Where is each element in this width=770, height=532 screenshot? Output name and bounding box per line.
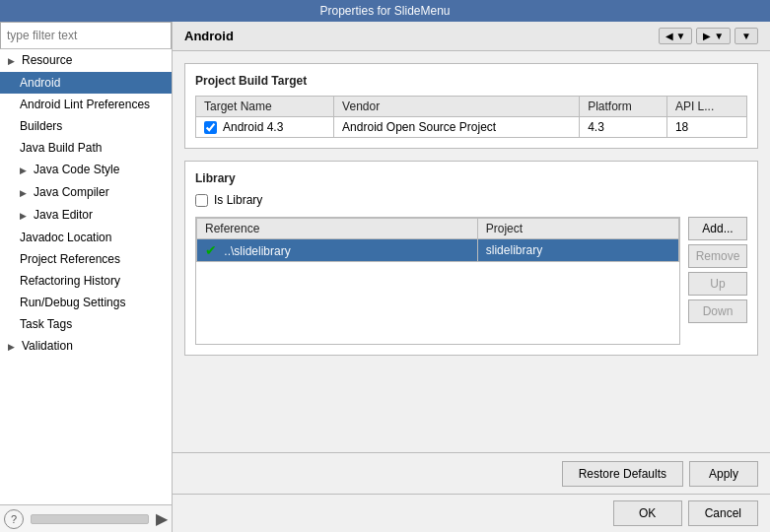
sidebar-item-validation[interactable]: ▶Validation (0, 335, 172, 358)
col-reference: Reference (197, 219, 478, 239)
sidebar-item-project-references[interactable]: Project References (0, 248, 172, 270)
sidebar-item-run-debug-settings[interactable]: Run/Debug Settings (0, 292, 172, 313)
sidebar-item-android[interactable]: Android (0, 72, 172, 94)
vendor-cell: Android Open Source Project (334, 117, 580, 138)
bottom-bar: Restore Defaults Apply (173, 452, 770, 494)
filter-input[interactable] (0, 22, 172, 49)
sidebar-item-refactoring-history[interactable]: Refactoring History (0, 270, 172, 292)
cancel-button[interactable]: Cancel (688, 500, 758, 526)
scrollbar-thumb[interactable] (31, 514, 149, 524)
panel-body: Project Build Target Target Name Vendor … (173, 51, 770, 452)
library-header-row: Reference Project (197, 219, 679, 239)
col-target-name: Target Name (196, 97, 334, 117)
panel-title: Android (184, 29, 234, 43)
right-panel: Android ◀ ▼ ▶ ▼ ▼ Project Build Target T… (173, 22, 770, 532)
sidebar-item-java-code-style[interactable]: ▶Java Code Style (0, 159, 172, 181)
down-button[interactable]: Down (688, 299, 747, 323)
build-target-section: Project Build Target Target Name Vendor … (184, 63, 758, 149)
sidebar-item-javadoc-location[interactable]: Javadoc Location (0, 227, 172, 248)
arrow-icon: ▶ (8, 338, 20, 356)
restore-defaults-button[interactable]: Restore Defaults (562, 461, 683, 487)
is-library-label: Is Library (214, 193, 262, 207)
platform-cell: 4.3 (580, 117, 667, 138)
nav-dropdown-button[interactable]: ▼ (735, 28, 758, 44)
nav-arrows: ◀ ▼ ▶ ▼ ▼ (659, 28, 758, 44)
sidebar-item-java-build-path[interactable]: Java Build Path (0, 137, 172, 159)
sidebar-bottom: ? ▶ (0, 504, 172, 532)
library-section: Library Is Library Reference Project (184, 161, 758, 356)
table-row[interactable]: ✔ ..\slidelibrary slidelibrary (197, 239, 679, 262)
ok-button[interactable]: OK (613, 500, 682, 526)
sidebar-item-resource[interactable]: ▶Resource (0, 49, 172, 72)
is-library-row: Is Library (195, 193, 747, 207)
reference-cell: ✔ ..\slidelibrary (197, 239, 478, 262)
arrow-icon: ▶ (20, 207, 32, 225)
is-library-checkbox[interactable] (195, 194, 208, 207)
col-api: API L... (666, 97, 746, 117)
library-table-wrapper: Reference Project ✔ ..\slidelibrary slid… (195, 217, 680, 345)
library-table: Reference Project ✔ ..\slidelibrary slid… (196, 218, 679, 262)
arrow-icon: ▶ (20, 162, 32, 179)
project-cell: slidelibrary (477, 239, 678, 262)
status-icon: ✔ (205, 242, 217, 258)
target-name-label: Android 4.3 (223, 120, 283, 134)
add-button[interactable]: Add... (688, 217, 747, 240)
panel-header: Android ◀ ▼ ▶ ▼ ▼ (173, 22, 770, 51)
sidebar: ▶ResourceAndroidAndroid Lint Preferences… (0, 22, 173, 532)
sidebar-item-java-compiler[interactable]: ▶Java Compiler (0, 181, 172, 204)
col-project: Project (477, 219, 678, 239)
ok-cancel-bar: OK Cancel (173, 494, 770, 532)
target-name-cell: Android 4.3 (196, 117, 334, 138)
target-checkbox[interactable] (204, 121, 217, 134)
tree-container: ▶ResourceAndroidAndroid Lint Preferences… (0, 49, 172, 504)
scroll-right-btn[interactable]: ▶ (156, 509, 168, 528)
title-bar: Properties for SlideMenu (0, 0, 770, 22)
library-content: Reference Project ✔ ..\slidelibrary slid… (195, 217, 747, 345)
remove-button[interactable]: Remove (688, 244, 747, 268)
col-platform: Platform (580, 97, 667, 117)
nav-forward-button[interactable]: ▶ ▼ (696, 28, 731, 44)
sidebar-item-builders[interactable]: Builders (0, 115, 172, 137)
build-target-table: Target Name Vendor Platform API L... And… (195, 96, 747, 138)
nav-back-button[interactable]: ◀ ▼ (659, 28, 693, 44)
sidebar-item-task-tags[interactable]: Task Tags (0, 313, 172, 335)
up-button[interactable]: Up (688, 272, 747, 296)
reference-label: ..\slidelibrary (224, 244, 290, 258)
col-vendor: Vendor (334, 97, 580, 117)
library-buttons: Add... Remove Up Down (688, 217, 747, 345)
sidebar-item-java-editor[interactable]: ▶Java Editor (0, 204, 172, 227)
arrow-icon: ▶ (20, 184, 32, 202)
title-text: Properties for SlideMenu (319, 4, 450, 18)
table-row[interactable]: Android 4.3 Android Open Source Project … (196, 117, 747, 138)
arrow-icon: ▶ (8, 52, 20, 70)
sidebar-item-android-lint[interactable]: Android Lint Preferences (0, 94, 172, 115)
apply-button[interactable]: Apply (689, 461, 758, 487)
library-section-title: Library (195, 171, 747, 185)
api-cell: 18 (666, 117, 746, 138)
build-target-header-row: Target Name Vendor Platform API L... (196, 97, 747, 117)
build-target-title: Project Build Target (195, 74, 747, 88)
help-icon[interactable]: ? (4, 509, 24, 529)
